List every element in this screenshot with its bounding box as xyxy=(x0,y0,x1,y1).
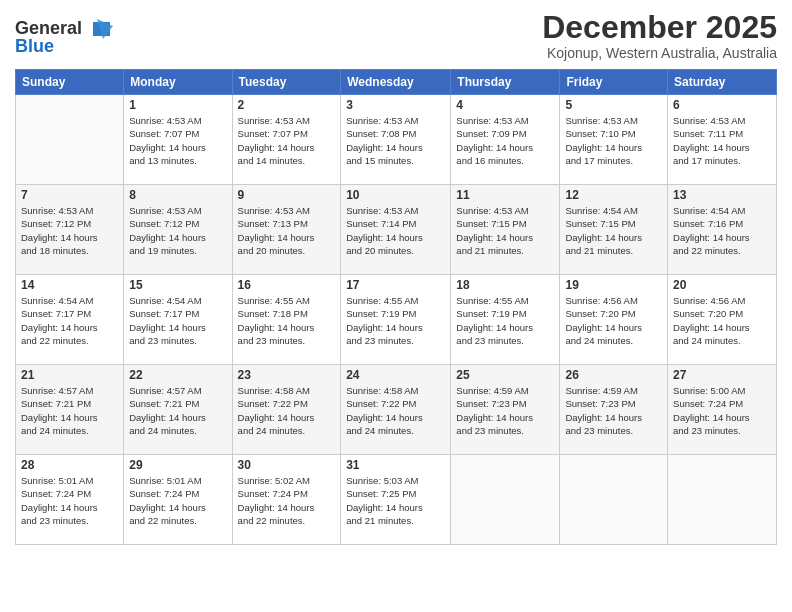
day-number: 7 xyxy=(21,188,118,202)
table-row: 24Sunrise: 4:58 AM Sunset: 7:22 PM Dayli… xyxy=(341,365,451,455)
weekday-header-row: Sunday Monday Tuesday Wednesday Thursday… xyxy=(16,70,777,95)
day-number: 8 xyxy=(129,188,226,202)
table-row: 17Sunrise: 4:55 AM Sunset: 7:19 PM Dayli… xyxy=(341,275,451,365)
day-info: Sunrise: 4:55 AM Sunset: 7:18 PM Dayligh… xyxy=(238,294,336,347)
calendar-header: Sunday Monday Tuesday Wednesday Thursday… xyxy=(16,70,777,95)
day-info: Sunrise: 4:57 AM Sunset: 7:21 PM Dayligh… xyxy=(129,384,226,437)
day-info: Sunrise: 5:01 AM Sunset: 7:24 PM Dayligh… xyxy=(129,474,226,527)
table-row: 28Sunrise: 5:01 AM Sunset: 7:24 PM Dayli… xyxy=(16,455,124,545)
table-row: 18Sunrise: 4:55 AM Sunset: 7:19 PM Dayli… xyxy=(451,275,560,365)
day-info: Sunrise: 5:02 AM Sunset: 7:24 PM Dayligh… xyxy=(238,474,336,527)
day-info: Sunrise: 4:53 AM Sunset: 7:11 PM Dayligh… xyxy=(673,114,771,167)
table-row: 6Sunrise: 4:53 AM Sunset: 7:11 PM Daylig… xyxy=(668,95,777,185)
table-row: 31Sunrise: 5:03 AM Sunset: 7:25 PM Dayli… xyxy=(341,455,451,545)
title-section: December 2025 Kojonup, Western Australia… xyxy=(542,10,777,61)
calendar-week-row: 14Sunrise: 4:54 AM Sunset: 7:17 PM Dayli… xyxy=(16,275,777,365)
table-row: 14Sunrise: 4:54 AM Sunset: 7:17 PM Dayli… xyxy=(16,275,124,365)
day-number: 20 xyxy=(673,278,771,292)
day-number: 11 xyxy=(456,188,554,202)
table-row: 12Sunrise: 4:54 AM Sunset: 7:15 PM Dayli… xyxy=(560,185,668,275)
day-info: Sunrise: 4:58 AM Sunset: 7:22 PM Dayligh… xyxy=(346,384,445,437)
table-row: 26Sunrise: 4:59 AM Sunset: 7:23 PM Dayli… xyxy=(560,365,668,455)
day-info: Sunrise: 4:54 AM Sunset: 7:17 PM Dayligh… xyxy=(21,294,118,347)
calendar-week-row: 7Sunrise: 4:53 AM Sunset: 7:12 PM Daylig… xyxy=(16,185,777,275)
day-number: 27 xyxy=(673,368,771,382)
day-number: 21 xyxy=(21,368,118,382)
day-info: Sunrise: 4:53 AM Sunset: 7:08 PM Dayligh… xyxy=(346,114,445,167)
table-row: 10Sunrise: 4:53 AM Sunset: 7:14 PM Dayli… xyxy=(341,185,451,275)
table-row: 5Sunrise: 4:53 AM Sunset: 7:10 PM Daylig… xyxy=(560,95,668,185)
header-sunday: Sunday xyxy=(16,70,124,95)
table-row: 1Sunrise: 4:53 AM Sunset: 7:07 PM Daylig… xyxy=(124,95,232,185)
day-number: 17 xyxy=(346,278,445,292)
header: General Blue December 2025 Kojonup, West… xyxy=(15,10,777,63)
table-row: 23Sunrise: 4:58 AM Sunset: 7:22 PM Dayli… xyxy=(232,365,341,455)
table-row: 16Sunrise: 4:55 AM Sunset: 7:18 PM Dayli… xyxy=(232,275,341,365)
day-number: 12 xyxy=(565,188,662,202)
month-title: December 2025 xyxy=(542,10,777,45)
day-info: Sunrise: 4:57 AM Sunset: 7:21 PM Dayligh… xyxy=(21,384,118,437)
table-row: 19Sunrise: 4:56 AM Sunset: 7:20 PM Dayli… xyxy=(560,275,668,365)
header-wednesday: Wednesday xyxy=(341,70,451,95)
day-number: 1 xyxy=(129,98,226,112)
day-info: Sunrise: 4:53 AM Sunset: 7:09 PM Dayligh… xyxy=(456,114,554,167)
table-row: 7Sunrise: 4:53 AM Sunset: 7:12 PM Daylig… xyxy=(16,185,124,275)
day-info: Sunrise: 5:03 AM Sunset: 7:25 PM Dayligh… xyxy=(346,474,445,527)
day-number: 3 xyxy=(346,98,445,112)
day-number: 24 xyxy=(346,368,445,382)
svg-text:General: General xyxy=(15,18,82,38)
table-row xyxy=(451,455,560,545)
day-number: 15 xyxy=(129,278,226,292)
day-number: 19 xyxy=(565,278,662,292)
day-info: Sunrise: 4:54 AM Sunset: 7:15 PM Dayligh… xyxy=(565,204,662,257)
header-saturday: Saturday xyxy=(668,70,777,95)
day-info: Sunrise: 4:53 AM Sunset: 7:07 PM Dayligh… xyxy=(129,114,226,167)
day-number: 9 xyxy=(238,188,336,202)
day-info: Sunrise: 4:58 AM Sunset: 7:22 PM Dayligh… xyxy=(238,384,336,437)
day-number: 2 xyxy=(238,98,336,112)
day-info: Sunrise: 4:53 AM Sunset: 7:07 PM Dayligh… xyxy=(238,114,336,167)
day-info: Sunrise: 4:59 AM Sunset: 7:23 PM Dayligh… xyxy=(456,384,554,437)
table-row: 11Sunrise: 4:53 AM Sunset: 7:15 PM Dayli… xyxy=(451,185,560,275)
table-row: 22Sunrise: 4:57 AM Sunset: 7:21 PM Dayli… xyxy=(124,365,232,455)
day-info: Sunrise: 4:53 AM Sunset: 7:15 PM Dayligh… xyxy=(456,204,554,257)
day-number: 28 xyxy=(21,458,118,472)
table-row: 3Sunrise: 4:53 AM Sunset: 7:08 PM Daylig… xyxy=(341,95,451,185)
day-number: 31 xyxy=(346,458,445,472)
day-info: Sunrise: 4:53 AM Sunset: 7:12 PM Dayligh… xyxy=(129,204,226,257)
table-row xyxy=(668,455,777,545)
table-row xyxy=(16,95,124,185)
table-row: 13Sunrise: 4:54 AM Sunset: 7:16 PM Dayli… xyxy=(668,185,777,275)
day-info: Sunrise: 4:53 AM Sunset: 7:14 PM Dayligh… xyxy=(346,204,445,257)
table-row: 29Sunrise: 5:01 AM Sunset: 7:24 PM Dayli… xyxy=(124,455,232,545)
table-row: 9Sunrise: 4:53 AM Sunset: 7:13 PM Daylig… xyxy=(232,185,341,275)
calendar-page: General Blue December 2025 Kojonup, West… xyxy=(0,0,792,612)
header-friday: Friday xyxy=(560,70,668,95)
day-number: 25 xyxy=(456,368,554,382)
table-row xyxy=(560,455,668,545)
day-number: 16 xyxy=(238,278,336,292)
logo: General Blue xyxy=(15,14,120,63)
day-number: 23 xyxy=(238,368,336,382)
day-info: Sunrise: 4:59 AM Sunset: 7:23 PM Dayligh… xyxy=(565,384,662,437)
header-thursday: Thursday xyxy=(451,70,560,95)
day-number: 6 xyxy=(673,98,771,112)
calendar-week-row: 21Sunrise: 4:57 AM Sunset: 7:21 PM Dayli… xyxy=(16,365,777,455)
table-row: 30Sunrise: 5:02 AM Sunset: 7:24 PM Dayli… xyxy=(232,455,341,545)
day-info: Sunrise: 4:55 AM Sunset: 7:19 PM Dayligh… xyxy=(456,294,554,347)
day-number: 18 xyxy=(456,278,554,292)
table-row: 25Sunrise: 4:59 AM Sunset: 7:23 PM Dayli… xyxy=(451,365,560,455)
day-number: 29 xyxy=(129,458,226,472)
table-row: 8Sunrise: 4:53 AM Sunset: 7:12 PM Daylig… xyxy=(124,185,232,275)
header-tuesday: Tuesday xyxy=(232,70,341,95)
day-info: Sunrise: 4:55 AM Sunset: 7:19 PM Dayligh… xyxy=(346,294,445,347)
day-info: Sunrise: 4:53 AM Sunset: 7:13 PM Dayligh… xyxy=(238,204,336,257)
day-number: 10 xyxy=(346,188,445,202)
day-number: 22 xyxy=(129,368,226,382)
day-info: Sunrise: 4:56 AM Sunset: 7:20 PM Dayligh… xyxy=(673,294,771,347)
calendar-week-row: 1Sunrise: 4:53 AM Sunset: 7:07 PM Daylig… xyxy=(16,95,777,185)
table-row: 2Sunrise: 4:53 AM Sunset: 7:07 PM Daylig… xyxy=(232,95,341,185)
calendar-table: Sunday Monday Tuesday Wednesday Thursday… xyxy=(15,69,777,545)
day-info: Sunrise: 4:53 AM Sunset: 7:10 PM Dayligh… xyxy=(565,114,662,167)
table-row: 20Sunrise: 4:56 AM Sunset: 7:20 PM Dayli… xyxy=(668,275,777,365)
